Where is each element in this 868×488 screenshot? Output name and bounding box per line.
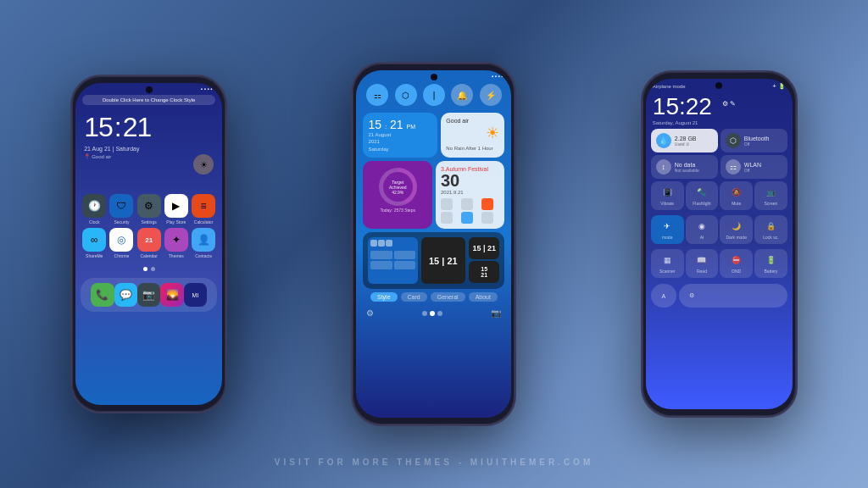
mini-icon-1	[370, 240, 377, 247]
mini-icon-2	[378, 240, 385, 247]
qs-tile-nodata[interactable]: ↕ No data Not available	[651, 155, 718, 179]
watermark: VISIT FOR MORE THEMES - MIUITHEMER.COM	[0, 458, 868, 467]
wlan-icon: ⚏	[726, 159, 741, 175]
qs-mute[interactable]: 🔕 Mute	[720, 181, 753, 210]
sun-icon: ☀	[446, 124, 499, 142]
toggle-flashlight[interactable]: ⚡	[480, 84, 502, 106]
progress-inner: Target Achieved 42.9%	[383, 172, 413, 202]
dock-mifm[interactable]: MI	[184, 283, 207, 307]
nav-dot-3	[437, 311, 442, 316]
ai-label: Ai	[700, 235, 704, 240]
data-icon: 💧	[656, 133, 671, 148]
bluetooth-icon: ⬡	[726, 133, 741, 148]
tab-style[interactable]: Style	[370, 292, 398, 302]
search-a-button[interactable]: A	[651, 284, 676, 308]
chrome-icon-img: ◎	[109, 228, 133, 252]
phone2-bottom-nav: ⚙ 📷	[356, 305, 511, 321]
vibrate-icon: 📳	[660, 186, 674, 199]
app-contacts[interactable]: 👤 Contacts	[192, 228, 215, 258]
calendar-grid	[441, 198, 500, 224]
toggle-bluetooth[interactable]: ⬡	[395, 84, 417, 106]
dock-phone[interactable]: 📞	[91, 283, 114, 307]
cal-year: 2021.9.21	[441, 190, 500, 195]
app-security[interactable]: 🛡 Security	[109, 194, 133, 225]
phone1-time: 15 : 21	[84, 112, 214, 143]
screen-label: Screen	[765, 201, 778, 206]
app-themes[interactable]: ✦ Themes	[164, 228, 188, 258]
qs-tile-data[interactable]: 💧 2.28 GB Used ①	[651, 129, 718, 152]
chrome-label: Chrome	[114, 253, 130, 258]
nodata-icon: ↕	[656, 159, 671, 175]
contacts-icon-img: 👤	[192, 228, 215, 252]
time-minutes: 21	[123, 112, 152, 143]
app-clock[interactable]: 🕐 Clock	[82, 194, 106, 225]
qs-screen[interactable]: 📺 Screen	[754, 181, 787, 210]
calendar-widget: 30 2021.9.21	[441, 172, 500, 195]
app-calendar[interactable]: 21 Calendar	[137, 228, 161, 258]
dock-messages[interactable]: 💬	[114, 283, 137, 307]
toggle-notifications[interactable]: 🔔	[451, 84, 473, 106]
widget-calendar: 3.Autumn Festival 30 2021.9.21	[436, 161, 505, 229]
qs-airplane[interactable]: ✈ mode	[651, 215, 684, 244]
edit-icon: ⚙ ✎	[722, 100, 736, 108]
weather-icon: ☀	[193, 154, 214, 175]
status-right: ▪ ▪ ▪ ▪	[492, 74, 504, 79]
phone1-dock: 📞 💬 📷 🌄 MI	[81, 278, 217, 312]
ai-icon: ◉	[695, 219, 709, 233]
search-gear-icon: ⚙	[689, 292, 694, 299]
qs-battery[interactable]: 🔋 Battery	[754, 249, 787, 278]
qs-read[interactable]: 📖 Read	[686, 249, 719, 278]
widget-weather: Good air ☀ No Rain After 1 Hour	[441, 113, 504, 158]
camera-nav-icon[interactable]: 📷	[491, 308, 501, 318]
app-shareme[interactable]: ∞ ShareMe	[82, 228, 106, 258]
search-a-icon: A	[661, 293, 665, 299]
search-bar[interactable]: ⚙	[679, 284, 787, 308]
preview-container: 15 | 21 15 | 21 1521	[363, 232, 504, 289]
qs-flashlight[interactable]: 🔦 Flashlight	[686, 181, 719, 210]
data-sublabel: Used ①	[675, 141, 697, 147]
dock-gallery[interactable]: 🌄	[160, 283, 183, 307]
toggle-wifi[interactable]: ⚏	[366, 84, 388, 106]
scanner-icon: ▦	[660, 253, 674, 267]
progress-circle: Target Achieved 42.9%	[379, 168, 417, 206]
mini-icon-3	[386, 240, 392, 247]
phone3-date: Saturday, August 21	[646, 120, 793, 129]
nodata-text: No data Not available	[675, 162, 699, 173]
tab-about[interactable]: About	[469, 292, 498, 302]
wlan-label: WLAN	[744, 162, 761, 168]
app-playstore[interactable]: ▶ Play Store	[164, 194, 188, 225]
playstore-label: Play Store	[166, 219, 186, 225]
qs-darkmode[interactable]: 🌙 Dark mode	[720, 215, 753, 244]
lock-label: Lock sc.	[763, 235, 778, 240]
read-icon: 📖	[695, 253, 709, 267]
app-settings[interactable]: ⚙ Settings	[137, 194, 161, 225]
qs-dnd[interactable]: ⛔ DND	[720, 249, 753, 278]
tab-card[interactable]: Card	[401, 292, 427, 302]
shareme-icon-img: ∞	[82, 228, 106, 252]
app-chrome[interactable]: ◎ Chrome	[109, 228, 133, 258]
battery-label: Battery	[765, 269, 778, 274]
security-label: Security	[114, 219, 129, 225]
lock-icon: 🔒	[764, 219, 777, 233]
wlan-text: WLAN Off	[744, 162, 761, 173]
qs-lockscreen[interactable]: 🔒 Lock sc.	[754, 215, 787, 244]
qs-scanner[interactable]: ▦ Scanner	[651, 249, 684, 278]
toggle-sound[interactable]: |	[423, 84, 445, 106]
settings-label: Settings	[142, 219, 157, 225]
app-calculator[interactable]: ≡ Calculator	[192, 194, 215, 225]
qs-tile-wlan[interactable]: ⚏ WLAN Off	[721, 155, 787, 179]
tab-general[interactable]: General	[431, 292, 465, 302]
qs-ai[interactable]: ◉ Ai	[686, 215, 719, 244]
widget-fitness: Target Achieved 42.9% Today: 2573 Steps	[363, 161, 432, 229]
phone1-banner[interactable]: Double Click Here to Change Clock Style	[82, 95, 215, 105]
qs-vibrate[interactable]: 📳 Vibrate	[651, 181, 684, 210]
grid-cell-1	[441, 198, 453, 210]
phone3-screen: Airplane mode + 🔋 15:22 ⚙ ✎ Saturday, Au…	[646, 79, 793, 409]
airplane-mode-text: Airplane mode	[653, 84, 686, 89]
settings-nav-icon[interactable]: ⚙	[366, 308, 374, 318]
clock-icon-img: 🕐	[82, 194, 106, 218]
qs-tile-bluetooth[interactable]: ⬡ Bluetooth Off	[721, 129, 787, 152]
bluetooth-sublabel: Off	[744, 141, 770, 147]
grid-cell-6	[481, 212, 493, 224]
dock-camera[interactable]: 📷	[137, 283, 160, 307]
